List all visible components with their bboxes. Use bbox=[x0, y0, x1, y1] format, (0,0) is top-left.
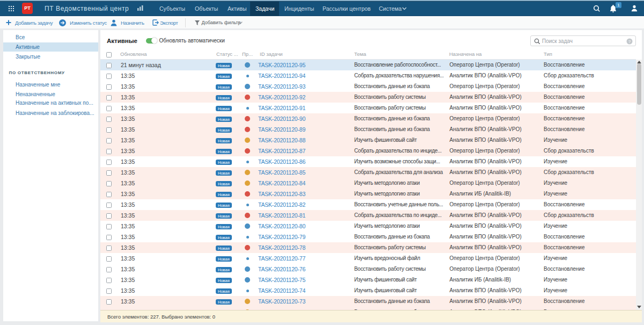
svg-text:?: ? bbox=[628, 39, 631, 44]
